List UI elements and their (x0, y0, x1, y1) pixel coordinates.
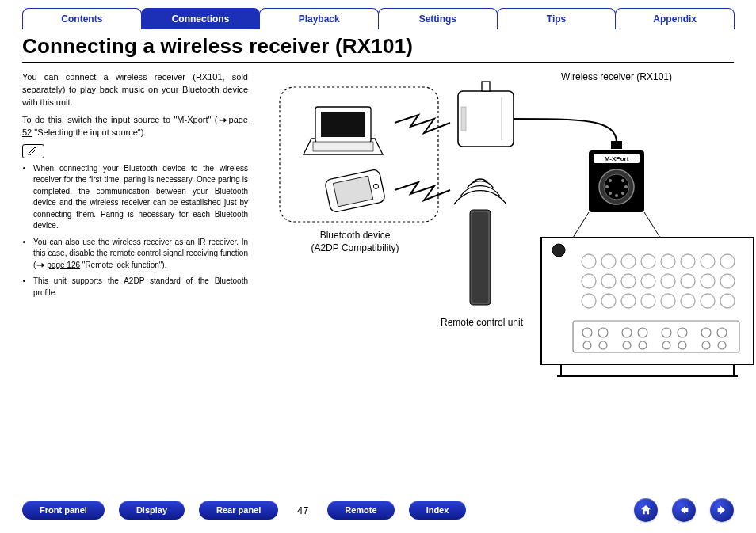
svg-rect-11 (611, 141, 622, 149)
svg-point-21 (621, 192, 624, 195)
home-button[interactable] (634, 498, 658, 522)
svg-point-19 (624, 185, 628, 188)
top-tabs: Contents Connections Playback Settings T… (0, 0, 756, 29)
title-bar: Connecting a wireless receiver (RX101) (22, 34, 734, 63)
text-column: You can connect a wireless receiver (RX1… (22, 71, 248, 467)
content-area: You can connect a wireless receiver (RX1… (0, 71, 756, 467)
note-item-1: When connecting your Bluetooth device to… (33, 163, 248, 232)
tab-playback[interactable]: Playback (259, 8, 379, 29)
intro-paragraph-1: You can connect a wireless receiver (RX1… (22, 71, 248, 109)
arrow-right-icon (716, 504, 728, 516)
notes-list: When connecting your Bluetooth device to… (22, 163, 248, 299)
tab-tips[interactable]: Tips (497, 8, 617, 29)
svg-rect-3 (313, 142, 373, 151)
page-number: 47 (292, 504, 313, 516)
link-page-126[interactable]: page 126 (47, 261, 80, 269)
svg-point-20 (609, 192, 612, 195)
label-mxport: M-XPort (605, 155, 629, 162)
svg-rect-2 (321, 112, 365, 137)
link-front-panel[interactable]: Front panel (22, 501, 105, 520)
tab-contents[interactable]: Contents (22, 8, 142, 29)
link-index[interactable]: Index (409, 501, 467, 520)
pointer-icon (36, 260, 45, 269)
svg-rect-26 (472, 212, 488, 303)
svg-point-17 (621, 179, 624, 182)
page-title: Connecting a wireless receiver (RX101) (22, 34, 734, 60)
next-button[interactable] (710, 498, 734, 522)
svg-rect-10 (461, 107, 466, 131)
bottom-nav: Front panel Display Rear panel 47 Remote… (0, 498, 756, 522)
intro-paragraph-2: To do this, switch the input source to "… (22, 114, 248, 139)
svg-rect-7 (458, 91, 514, 147)
link-rear-panel[interactable]: Rear panel (199, 501, 278, 520)
svg-point-16 (609, 179, 612, 182)
page: Contents Connections Playback Settings T… (0, 0, 756, 533)
intro-p2-post: "Selecting the input source"). (32, 128, 146, 137)
note-item-2: You can also use the wireless receiver a… (33, 237, 248, 272)
diagram-column: Wireless receiver (RX101) Bluetooth devi… (248, 71, 734, 467)
svg-point-28 (552, 244, 565, 257)
note-item-3: This unit supports the A2DP standard of … (33, 276, 248, 299)
note2-post: "Remote lock function"). (80, 261, 166, 269)
svg-point-22 (615, 194, 618, 197)
prev-button[interactable] (672, 498, 696, 522)
link-remote[interactable]: Remote (327, 501, 394, 520)
home-icon (640, 504, 652, 516)
svg-rect-8 (482, 82, 490, 91)
connection-diagram: M-XPort (248, 71, 755, 444)
svg-point-18 (605, 185, 609, 188)
tab-appendix[interactable]: Appendix (615, 8, 735, 29)
title-rule (22, 62, 734, 63)
pencil-icon (22, 144, 44, 158)
intro-p2-pre: To do this, switch the input source to "… (22, 115, 218, 124)
tab-settings[interactable]: Settings (378, 8, 498, 29)
pointer-icon (218, 115, 227, 124)
tab-connections[interactable]: Connections (141, 8, 261, 29)
arrow-left-icon (678, 504, 690, 516)
link-display[interactable]: Display (119, 501, 185, 520)
